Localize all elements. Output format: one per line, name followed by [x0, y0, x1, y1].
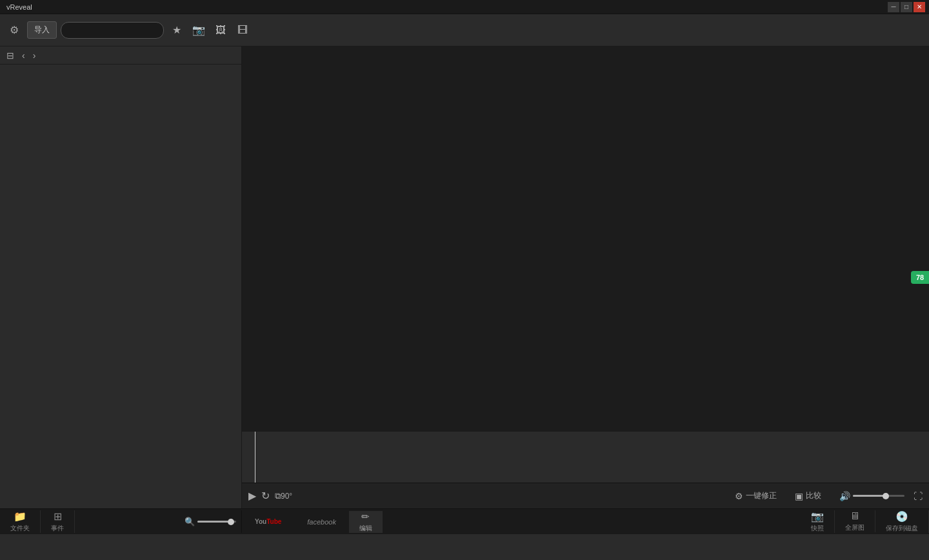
facebook-label: facebook [307, 518, 336, 526]
event-tab[interactable]: ⊞ 事件 [41, 510, 75, 533]
compare-button[interactable]: ▣ 比较 [795, 490, 821, 501]
camera-icon[interactable]: 📷 [190, 21, 208, 39]
play-button[interactable]: ▶ [248, 490, 256, 502]
rotate-label[interactable]: ⧉ 90° [275, 491, 292, 501]
prev-button[interactable]: ‹ [19, 49, 28, 62]
save-icon: 💿 [895, 510, 908, 523]
snapshot-icon: 📷 [811, 510, 824, 523]
search-wrapper [61, 22, 164, 39]
volume-fill [853, 495, 884, 497]
left-panel: ⊟ ‹ › [0, 46, 242, 508]
edit-icon: ✏ [361, 511, 370, 523]
zoom-fill [197, 521, 228, 523]
snapshot-button[interactable]: 📷 快照 [801, 510, 835, 533]
titlebar: vReveal ─ □ ✕ [0, 0, 929, 14]
close-button[interactable]: ✕ [914, 2, 925, 12]
import-button[interactable]: 导入 [27, 21, 57, 39]
folder-label: 文件夹 [10, 524, 30, 533]
save-label: 保存到磁盘 [886, 524, 918, 533]
toolbar: ⚙ 导入 ★ 📷 🖼 🎞 [0, 14, 929, 46]
zoom-icon: 🔍 [185, 517, 195, 526]
event-icon: ⊞ [54, 510, 62, 523]
fullscreen-tab[interactable]: 🖥 全屏图 [835, 510, 875, 532]
facebook-button[interactable]: facebook [294, 518, 349, 526]
minimize-button[interactable]: ─ [888, 2, 899, 12]
main-layout: ⊟ ‹ › ▶ ↻ ⧉ 90° [0, 46, 929, 508]
volume-slider[interactable] [853, 495, 904, 497]
zoom-slider[interactable] [197, 521, 236, 523]
bottom-bar: 📁 文件夹 ⊞ 事件 🔍 YouTube facebook ✏ 编辑 📷 [0, 508, 929, 534]
center-panel: ▶ ↻ ⧉ 90° ⚙ 一键修正 ▣ 比较 🔊 [242, 46, 929, 508]
edit-label: 编辑 [359, 524, 372, 533]
one-click-fix-button[interactable]: ⚙ 一键修正 [735, 490, 777, 501]
folder-tab[interactable]: 📁 文件夹 [0, 510, 41, 533]
fix-icon: ⚙ [735, 491, 743, 501]
bottom-center: YouTube facebook ✏ 编辑 [242, 511, 801, 533]
app-title: vReveal [4, 3, 32, 11]
volume-knob[interactable] [883, 493, 889, 499]
compare-icon: ▣ [795, 491, 803, 501]
next-button[interactable]: › [30, 49, 39, 62]
maximize-button[interactable]: □ [901, 2, 912, 12]
rotate-button[interactable]: ↻ [261, 490, 270, 502]
snapshot-label: 快照 [811, 524, 824, 533]
zoom-knob[interactable] [228, 519, 234, 525]
volume-section: 🔊 [839, 491, 904, 501]
event-label: 事件 [51, 524, 64, 533]
youtube-button[interactable]: YouTube [242, 518, 294, 525]
sort-button[interactable]: ⊟ [4, 49, 17, 62]
video-area [242, 46, 929, 431]
save-to-disk-button[interactable]: 💿 保存到磁盘 [875, 510, 929, 533]
fullscreen-label: 全屏图 [845, 523, 864, 532]
gear-icon[interactable]: ⚙ [5, 21, 23, 39]
youtube-icon: YouTube [255, 518, 281, 525]
photo-icon[interactable]: 🖼 [212, 21, 230, 39]
bottom-right: 📷 快照 🖥 全屏图 💿 保存到磁盘 [801, 510, 929, 533]
search-input[interactable] [66, 26, 150, 35]
star-icon[interactable]: ★ [168, 21, 186, 39]
bottom-left: 📁 文件夹 ⊞ 事件 🔍 [0, 510, 242, 533]
fullscreen-tab-icon: 🖥 [850, 510, 860, 522]
film-icon[interactable]: 🎞 [234, 21, 252, 39]
window-controls: ─ □ ✕ [888, 2, 925, 12]
edit-tab[interactable]: ✏ 编辑 [349, 511, 383, 533]
left-toolbar: ⊟ ‹ › [0, 46, 241, 65]
folder-icon: 📁 [14, 510, 26, 523]
left-content-area [0, 65, 241, 508]
timeline-area [242, 431, 929, 483]
timeline-cursor [255, 432, 255, 483]
zoom-control: 🔍 [185, 510, 241, 533]
rotate-icon: ⧉ [275, 491, 281, 501]
volume-icon: 🔊 [839, 491, 850, 501]
fullscreen-button[interactable]: ⛶ [914, 491, 923, 501]
playback-controls: ▶ ↻ ⧉ 90° ⚙ 一键修正 ▣ 比较 🔊 [242, 483, 929, 508]
green-badge[interactable]: 78 [911, 271, 929, 284]
